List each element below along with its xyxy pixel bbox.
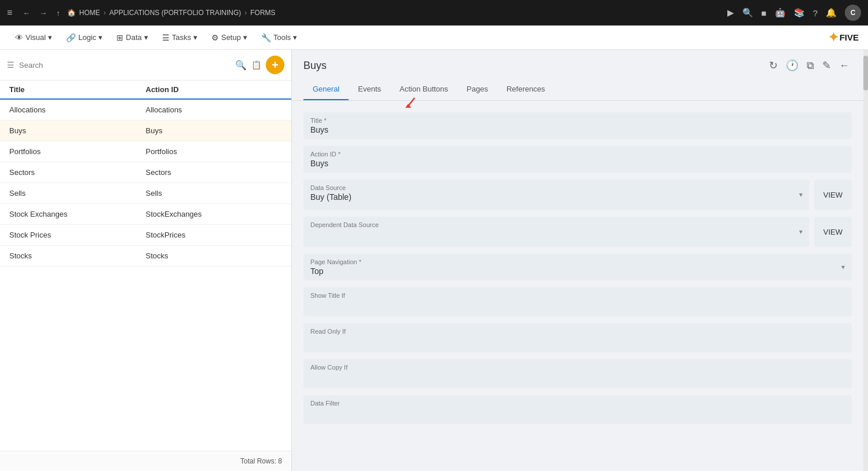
books-icon[interactable]: 📚 — [794, 8, 805, 18]
nav-setup[interactable]: ⚙ Setup ▾ — [206, 30, 253, 46]
data-chevron: ▾ — [144, 33, 148, 42]
data-source-view-button[interactable]: VIEW — [814, 180, 852, 210]
app-link[interactable]: APPLICATIONS (PORTFOLIO TRAINING) — [109, 9, 241, 17]
hamburger-icon[interactable]: ≡ — [7, 8, 12, 18]
copy-icon-btn[interactable]: 📋 — [251, 60, 261, 70]
table-row[interactable]: Buys Buys — [0, 121, 291, 141]
nav-data[interactable]: ⊞ Data ▾ — [111, 30, 153, 46]
form-header: Buys ↻ 🕐 ⧉ ✎ ← — [292, 50, 863, 74]
tab-pages[interactable]: Pages — [457, 79, 497, 100]
tab-references[interactable]: References — [497, 79, 554, 100]
robot-icon[interactable]: 🤖 — [775, 8, 786, 18]
logic-icon: 🔗 — [66, 33, 76, 42]
title-value: Buys — [310, 125, 845, 134]
form-body: Title * Buys Action ID * Buys Data Sourc… — [292, 101, 863, 471]
up-button[interactable]: ↑ — [54, 8, 63, 19]
read-only-if-field-group: Read Only If . — [303, 323, 852, 352]
show-title-if-field[interactable]: Show Title If . — [303, 287, 852, 316]
forward-button[interactable]: → — [37, 8, 49, 19]
left-panel: ☰ 🔍 📋 + Title Action ID Allocations Allo… — [0, 50, 292, 471]
breadcrumb-sep-2: › — [244, 9, 247, 17]
avatar[interactable]: C — [845, 5, 861, 21]
play-icon[interactable]: ▶ — [727, 8, 734, 18]
row-action-id: Sells — [146, 189, 283, 198]
read-only-if-field[interactable]: Read Only If . — [303, 323, 852, 352]
tab-events[interactable]: Events — [349, 79, 390, 100]
filter-icon: ☰ — [7, 60, 14, 70]
row-action-id: Portfolios — [146, 147, 283, 156]
allow-copy-if-field[interactable]: Allow Copy If . — [303, 359, 852, 388]
breadcrumb-sep-1: › — [104, 9, 106, 17]
dependent-data-source-field[interactable]: Dependent Data Source . ▾ — [303, 217, 810, 247]
dependent-data-source-view-button[interactable]: VIEW — [814, 217, 852, 247]
right-scrollbar[interactable] — [863, 50, 868, 471]
data-source-field[interactable]: Data Source Buy (Table) ▾ — [303, 180, 810, 210]
nav-setup-label: Setup — [221, 33, 241, 42]
table-row[interactable]: Sectors Sectors — [0, 162, 291, 183]
search-input[interactable] — [19, 61, 230, 70]
page-navigation-label: Page Navigation * — [310, 258, 845, 265]
row-action-id: Stocks — [146, 251, 283, 260]
page-navigation-field[interactable]: Page Navigation * Top ▾ — [303, 254, 852, 280]
nav-tools-label: Tools — [273, 33, 291, 42]
nav-logic-label: Logic — [78, 33, 96, 42]
table-footer: Total Rows: 8 — [0, 451, 291, 471]
nav-logic[interactable]: 🔗 Logic ▾ — [60, 30, 108, 46]
visual-chevron: ▾ — [48, 33, 52, 42]
search-icon[interactable]: 🔍 — [742, 8, 753, 18]
setup-chevron: ▾ — [243, 33, 247, 42]
show-title-if-field-group: Show Title If . — [303, 287, 852, 316]
nav-tools[interactable]: 🔧 Tools ▾ — [255, 30, 303, 46]
dependent-data-source-chevron: ▾ — [799, 228, 803, 236]
form-link[interactable]: FORMS — [250, 9, 275, 17]
title-field[interactable]: Title * Buys — [303, 112, 852, 139]
action-id-field[interactable]: Action ID * Buys — [303, 146, 852, 173]
table-row[interactable]: Stock Prices StockPrices — [0, 225, 291, 246]
read-only-if-value: . — [310, 336, 845, 348]
nav-data-label: Data — [126, 33, 141, 42]
row-action-id: StockPrices — [146, 231, 283, 239]
table-row[interactable]: Stock Exchanges StockExchanges — [0, 204, 291, 225]
dependent-data-source-label: Dependent Data Source — [310, 221, 803, 228]
row-title: Buys — [9, 126, 146, 135]
show-title-if-value: . — [310, 300, 845, 312]
help-icon[interactable]: ? — [813, 8, 818, 18]
stop-icon[interactable]: ■ — [761, 8, 767, 18]
data-filter-field[interactable]: Data Filter . — [303, 395, 852, 424]
col-action-id: Action ID — [146, 85, 283, 94]
breadcrumb: 🏠 HOME › APPLICATIONS (PORTFOLIO TRAININ… — [67, 9, 276, 17]
back-button[interactable]: ← — [20, 8, 32, 19]
table-row[interactable]: Stocks Stocks — [0, 246, 291, 266]
data-source-chevron: ▾ — [799, 191, 803, 199]
close-button[interactable]: ← — [837, 57, 852, 74]
tabs-bar: General Events Action Buttons Pages Refe… — [292, 79, 863, 101]
history-button[interactable]: 🕐 — [783, 57, 801, 74]
page-navigation-chevron: ▾ — [841, 263, 845, 271]
home-link[interactable]: HOME — [79, 9, 100, 17]
table-row[interactable]: Sells Sells — [0, 183, 291, 204]
edit-button[interactable]: ✎ — [820, 57, 833, 74]
nav-tasks[interactable]: ☰ Tasks ▾ — [156, 30, 203, 46]
data-source-label: Data Source — [310, 184, 803, 191]
search-button[interactable]: 🔍 — [235, 60, 247, 71]
tab-general[interactable]: General — [303, 79, 349, 100]
dependent-data-source-row: Dependent Data Source . ▾ VIEW — [303, 217, 852, 247]
allow-copy-if-value: . — [310, 372, 845, 384]
bell-icon[interactable]: 🔔 — [826, 8, 837, 18]
row-title: Allocations — [9, 105, 146, 114]
row-action-id: Allocations — [146, 105, 283, 114]
nav-visual[interactable]: 👁 Visual ▾ — [9, 30, 58, 46]
row-action-id: Buys — [146, 126, 283, 135]
page-navigation-field-group: Page Navigation * Top ▾ — [303, 254, 852, 280]
table-row[interactable]: Portfolios Portfolios — [0, 141, 291, 162]
action-id-field-group: Action ID * Buys — [303, 146, 852, 173]
refresh-button[interactable]: ↻ — [767, 57, 780, 74]
table-row[interactable]: Allocations Allocations — [0, 100, 291, 121]
add-button[interactable]: + — [266, 56, 284, 74]
data-filter-field-group: Data Filter . — [303, 395, 852, 424]
tab-action-buttons[interactable]: Action Buttons — [390, 79, 457, 100]
copy-button[interactable]: ⧉ — [804, 57, 816, 74]
scrollbar-thumb — [863, 56, 868, 90]
row-title: Stocks — [9, 251, 146, 260]
data-source-row: Data Source Buy (Table) ▾ VIEW — [303, 180, 852, 210]
